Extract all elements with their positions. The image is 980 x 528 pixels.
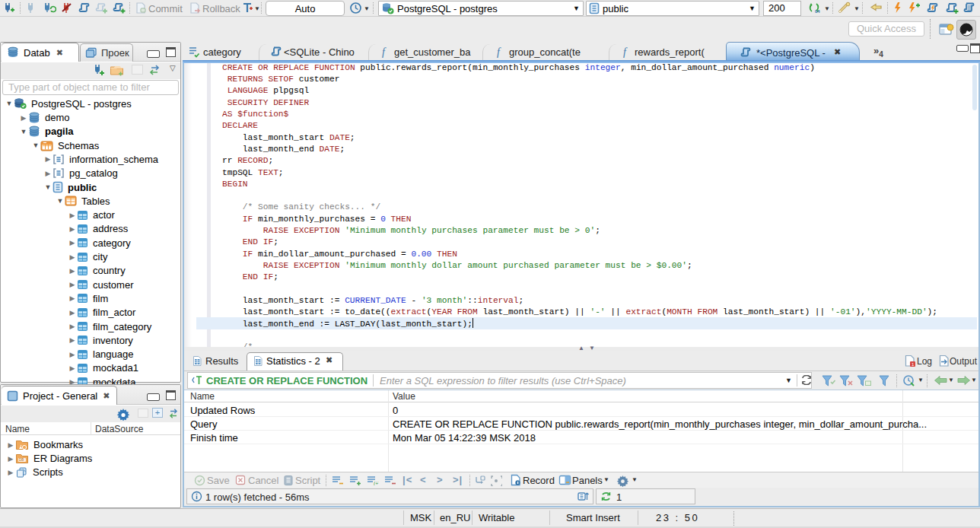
svg-text:f: f xyxy=(623,46,628,58)
svg-text:f: f xyxy=(382,46,387,58)
svg-text:04: 04 xyxy=(815,9,820,14)
svg-text:DB: DB xyxy=(19,458,24,462)
svg-text:f: f xyxy=(497,46,501,58)
svg-text:(+): (+) xyxy=(374,481,379,485)
